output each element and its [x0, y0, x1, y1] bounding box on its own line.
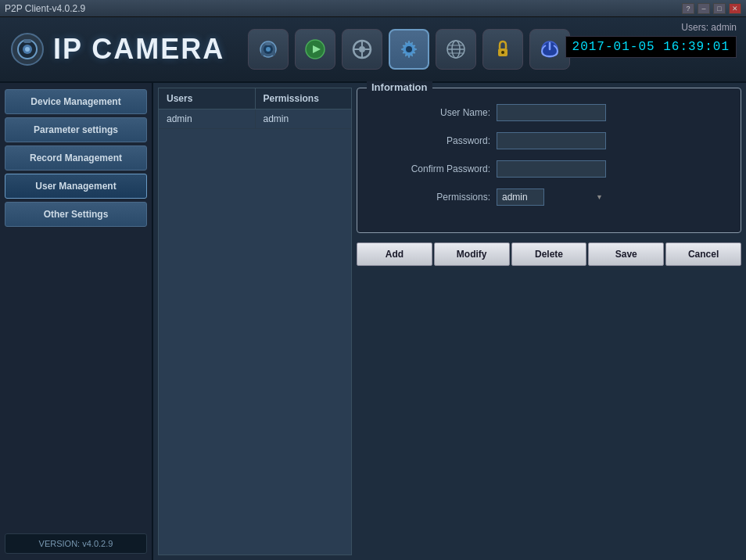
- permissions-column-header: Permissions: [256, 88, 352, 109]
- add-button[interactable]: Add: [357, 242, 432, 266]
- confirm-password-row: Confirm Password:: [381, 160, 717, 178]
- action-buttons: Add Modify Delete Save Cancel: [357, 242, 741, 266]
- toolbar-webcam-button[interactable]: [248, 29, 289, 70]
- close-button[interactable]: ✕: [729, 3, 741, 14]
- toolbar-network-button[interactable]: [436, 29, 476, 70]
- toolbar: [248, 29, 570, 70]
- svg-point-14: [359, 46, 365, 52]
- users-panel: Users Permissions admin admin: [158, 88, 352, 555]
- save-button[interactable]: Save: [588, 242, 664, 266]
- content-area: Users Permissions admin admin Informatio…: [153, 83, 746, 560]
- svg-point-3: [25, 47, 30, 52]
- svg-point-7: [266, 47, 271, 52]
- svg-rect-8: [265, 42, 271, 45]
- sidebar-item-other-settings[interactable]: Other Settings: [5, 202, 147, 227]
- permissions-label: Permissions:: [381, 192, 490, 203]
- users-label: Users: admin: [565, 22, 737, 33]
- password-label: Password:: [381, 135, 490, 146]
- svg-rect-9: [261, 51, 264, 56]
- top-right-info: Users: admin 2017-01-05 16:39:01: [565, 22, 737, 58]
- main-layout: Device Management Parameter settings Rec…: [0, 83, 746, 560]
- title-bar: P2P Client-v4.0.2.9 ? – □ ✕: [0, 0, 746, 17]
- user-cell-name: admin: [159, 109, 256, 128]
- permissions-select-wrapper: admin user guest: [497, 188, 606, 206]
- cancel-button[interactable]: Cancel: [665, 242, 741, 266]
- username-label: User Name:: [381, 107, 490, 118]
- username-input[interactable]: [497, 104, 606, 121]
- toolbar-security-button[interactable]: [482, 29, 523, 70]
- svg-point-20: [406, 46, 412, 52]
- sidebar: Device Management Parameter settings Rec…: [0, 83, 153, 560]
- toolbar-playback-button[interactable]: [295, 29, 335, 70]
- camera-logo-icon: [9, 31, 45, 67]
- users-table-header: Users Permissions: [159, 88, 351, 109]
- sidebar-item-record-management[interactable]: Record Management: [5, 145, 147, 171]
- maximize-button[interactable]: □: [713, 3, 726, 14]
- password-input[interactable]: [497, 132, 606, 149]
- header: IP CAMERA: [0, 17, 746, 83]
- password-row: Password:: [381, 132, 717, 149]
- permissions-row: Permissions: admin user guest: [381, 188, 717, 206]
- svg-rect-10: [272, 51, 275, 56]
- app-title: IP CAMERA: [53, 33, 224, 66]
- minimize-button[interactable]: –: [698, 3, 710, 14]
- svg-rect-4: [23, 39, 31, 43]
- info-box-title: Information: [367, 81, 432, 93]
- table-row[interactable]: admin admin: [159, 109, 351, 129]
- user-cell-permissions: admin: [256, 109, 352, 128]
- logo-area: IP CAMERA: [9, 31, 224, 67]
- modify-button[interactable]: Modify: [434, 242, 510, 266]
- title-bar-controls: ? – □ ✕: [682, 3, 741, 14]
- toolbar-device-button[interactable]: [342, 29, 382, 70]
- toolbar-config-button[interactable]: [389, 29, 429, 70]
- svg-point-27: [501, 51, 504, 54]
- help-button[interactable]: ?: [682, 3, 694, 14]
- toolbar-power-button[interactable]: [529, 29, 570, 70]
- confirm-password-input[interactable]: [497, 160, 606, 178]
- users-table-body: admin admin: [159, 109, 351, 555]
- sidebar-item-parameter-settings[interactable]: Parameter settings: [5, 117, 147, 142]
- username-row: User Name:: [381, 104, 717, 121]
- datetime-display: 2017-01-05 16:39:01: [565, 36, 737, 58]
- sidebar-item-user-management[interactable]: User Management: [5, 174, 147, 199]
- sidebar-item-device-management[interactable]: Device Management: [5, 89, 147, 114]
- confirm-password-label: Confirm Password:: [381, 163, 490, 174]
- users-column-header: Users: [159, 88, 256, 109]
- version-label: VERSION: v4.0.2.9: [5, 533, 147, 554]
- title-bar-title: P2P Client-v4.0.2.9: [5, 3, 85, 14]
- delete-button[interactable]: Delete: [511, 242, 587, 266]
- permissions-select[interactable]: admin user guest: [497, 188, 544, 206]
- info-box: Information User Name: Password: Confirm…: [357, 88, 741, 233]
- sidebar-bottom: VERSION: v4.0.2.9: [5, 533, 147, 554]
- info-panel: Information User Name: Password: Confirm…: [357, 88, 741, 555]
